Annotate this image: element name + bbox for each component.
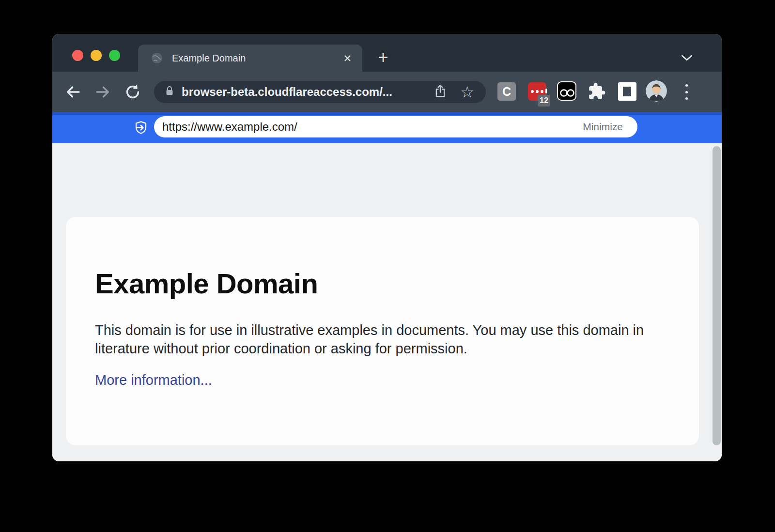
lastpass-extension-icon[interactable]: 12 bbox=[528, 82, 546, 101]
two-circles-extension-icon[interactable] bbox=[557, 81, 576, 101]
tab-strip: Example Domain ✕ + bbox=[52, 34, 722, 72]
close-window-button[interactable] bbox=[72, 50, 83, 61]
forward-icon[interactable] bbox=[94, 83, 111, 103]
shield-arrow-icon bbox=[133, 120, 149, 137]
tab-close-icon[interactable]: ✕ bbox=[343, 53, 352, 63]
omnibox[interactable]: browser-beta.cloudflareaccess.com/... ☆ bbox=[154, 81, 486, 103]
isolation-url-input[interactable]: https://www.example.com/ Minimize bbox=[154, 116, 637, 137]
tab-title: Example Domain bbox=[172, 53, 343, 64]
lastpass-dots bbox=[531, 90, 547, 93]
more-information-link[interactable]: More information... bbox=[95, 372, 212, 388]
back-icon[interactable] bbox=[64, 83, 82, 103]
profile-avatar[interactable] bbox=[646, 80, 667, 102]
new-tab-button[interactable]: + bbox=[374, 48, 392, 67]
page-title: Example Domain bbox=[95, 269, 699, 299]
omnibox-url[interactable]: browser-beta.cloudflareaccess.com/... bbox=[182, 85, 433, 99]
minimize-window-button[interactable] bbox=[91, 50, 102, 61]
browser-menu-icon[interactable] bbox=[683, 84, 689, 100]
page-paragraph: This domain is for use in illustrative e… bbox=[95, 321, 652, 358]
minimize-button[interactable]: Minimize bbox=[583, 121, 623, 133]
lock-icon[interactable] bbox=[164, 85, 175, 99]
browser-window: Example Domain ✕ + bbox=[52, 34, 722, 461]
frame-extension-icon[interactable] bbox=[618, 82, 636, 101]
extension-c-icon[interactable]: C bbox=[497, 82, 516, 101]
example-domain-card: Example Domain This domain is for use in… bbox=[66, 217, 699, 445]
globe-favicon-icon bbox=[151, 52, 163, 64]
lastpass-badge: 12 bbox=[538, 95, 550, 106]
tab-example-domain[interactable]: Example Domain ✕ bbox=[138, 45, 362, 72]
browser-toolbar: browser-beta.cloudflareaccess.com/... ☆ … bbox=[52, 72, 722, 112]
zoom-window-button[interactable] bbox=[109, 50, 120, 61]
reload-icon[interactable] bbox=[124, 83, 141, 103]
chevron-down-icon[interactable] bbox=[681, 54, 693, 63]
bookmark-star-icon[interactable]: ☆ bbox=[460, 84, 474, 100]
screenshot-stage: Example Domain ✕ + bbox=[0, 0, 775, 532]
isolation-bar-accent bbox=[52, 112, 722, 115]
isolation-url[interactable]: https://www.example.com/ bbox=[162, 120, 583, 134]
frame-inner bbox=[623, 87, 631, 96]
isolation-bar: https://www.example.com/ Minimize bbox=[52, 112, 722, 143]
extensions-puzzle-icon[interactable] bbox=[588, 82, 606, 101]
share-icon[interactable] bbox=[433, 84, 448, 100]
page-viewport: Example Domain This domain is for use in… bbox=[52, 143, 722, 461]
scrollbar-thumb[interactable] bbox=[713, 146, 721, 445]
